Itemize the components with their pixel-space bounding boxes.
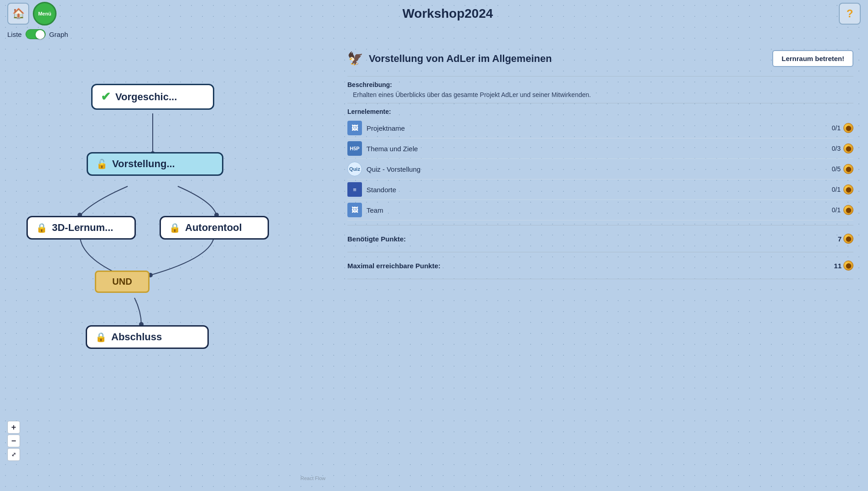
node-abschluss-label: Abschluss: [111, 331, 162, 343]
header-left: 🏠 Menü: [7, 2, 57, 26]
zoom-controls: + − ⤢: [7, 421, 20, 461]
benoetigt-value: 7: [838, 235, 842, 243]
lock-icon-abschluss: 🔒: [95, 332, 107, 343]
panel-title-group: 🦅 Vorstellung von AdLer im Allgemeinen: [347, 51, 552, 66]
node-vorgeschichte[interactable]: ✔ Vorgeschic...: [91, 84, 214, 110]
question-icon: ?: [847, 7, 853, 20]
benoetigt-value-group: 7 ⬤: [838, 234, 853, 244]
main-content: ✔ Vorgeschic... 🔓 Vorstellung... 🔒 3D-Le…: [0, 43, 868, 488]
zoom-in-button[interactable]: +: [7, 421, 20, 434]
item-name-thema: Thema und Ziele: [367, 145, 832, 153]
menu-button[interactable]: Menü: [33, 2, 57, 26]
node-und[interactable]: UND: [95, 271, 150, 293]
item-coin-projektname: ⬤: [843, 123, 853, 133]
divider-3: [347, 225, 853, 225]
menu-label: Menü: [38, 11, 52, 16]
description-label: Beschreibung:: [347, 81, 853, 88]
item-icon-thema: H5P: [347, 141, 362, 156]
divider-2: [347, 103, 853, 103]
benoetigt-label: Benötigte Punkte:: [347, 235, 406, 243]
item-score-team: 0/1: [832, 206, 841, 214]
list-item: ≡ Standorte 0/1 ⬤: [347, 179, 853, 200]
maximal-label: Maximal erreichbare Punkte:: [347, 262, 440, 270]
maximal-coin: ⬤: [843, 261, 853, 271]
item-icon-standorte: ≡: [347, 182, 362, 197]
toggle-knob: [36, 30, 45, 39]
divider-5: [347, 279, 853, 279]
node-3d-label: 3D-Lernum...: [52, 222, 113, 234]
node-vorgeschichte-label: Vorgeschic...: [115, 91, 177, 103]
lock-icon-3d: 🔒: [36, 222, 47, 233]
header: 🏠 Menü Workshop2024 ?: [0, 0, 868, 27]
item-coin-thema: ⬤: [843, 143, 853, 153]
item-icon-team: 🖼: [347, 203, 362, 217]
item-name-team: Team: [367, 206, 832, 214]
maximal-value: 11: [834, 262, 842, 270]
item-name-standorte: Standorte: [367, 186, 832, 194]
graph-label: Graph: [49, 31, 68, 38]
item-icon-quiz: Quiz: [347, 162, 362, 176]
item-name-projektname: Projektname: [367, 124, 832, 132]
list-label: Liste: [7, 31, 22, 38]
node-abschluss[interactable]: 🔒 Abschluss: [86, 325, 209, 349]
item-name-quiz: Quiz - Vorstellung: [367, 165, 832, 173]
node-autoren[interactable]: 🔒 Autorentool: [160, 216, 269, 240]
right-panel: 🦅 Vorstellung von AdLer im Allgemeinen L…: [333, 43, 868, 488]
node-vorstellung[interactable]: 🔓 Vorstellung...: [87, 152, 223, 176]
benoetigt-coin: ⬤: [843, 234, 853, 244]
benoetigt-row: Benötigte Punkte: 7 ⬤: [347, 230, 853, 247]
item-coin-quiz: ⬤: [843, 164, 853, 174]
item-coin-team: ⬤: [843, 205, 853, 215]
list-item: Quiz Quiz - Vorstellung 0/5 ⬤: [347, 159, 853, 179]
node-3d[interactable]: 🔒 3D-Lernum...: [26, 216, 136, 240]
item-score-projektname: 0/1: [832, 124, 841, 132]
maximal-row: Maximal erreichbare Punkte: 11 ⬤: [347, 257, 853, 274]
list-item: 🖼 Projektname 0/1 ⬤: [347, 118, 853, 138]
item-icon-projektname: 🖼: [347, 121, 362, 135]
graph-area: ✔ Vorgeschic... 🔓 Vorstellung... 🔒 3D-Le…: [0, 43, 333, 488]
description-text: Erhalten eines Überblicks über das gesam…: [347, 91, 853, 98]
item-score-standorte: 0/1: [832, 186, 841, 193]
fit-view-button[interactable]: ⤢: [7, 448, 20, 461]
item-score-quiz: 0/5: [832, 165, 841, 173]
divider-1: [347, 76, 853, 77]
maximal-value-group: 11 ⬤: [834, 261, 853, 271]
react-flow-label: React Flow: [300, 476, 326, 481]
panel-icon: 🦅: [347, 51, 363, 66]
node-autoren-label: Autorentool: [185, 222, 242, 234]
panel-title: Vorstellung von AdLer im Allgemeinen: [369, 53, 552, 65]
unlock-icon: 🔓: [96, 159, 108, 169]
lern-label: Lernelemente:: [347, 108, 853, 115]
node-vorstellung-label: Vorstellung...: [112, 158, 175, 170]
enter-lernraum-button[interactable]: Lernraum betreten!: [772, 50, 853, 67]
view-toggle-row: Liste Graph: [0, 27, 868, 43]
zoom-out-button[interactable]: −: [7, 435, 20, 447]
check-icon: ✔: [101, 90, 111, 104]
list-item: H5P Thema und Ziele 0/3 ⬤: [347, 138, 853, 159]
home-button[interactable]: 🏠: [7, 3, 29, 25]
panel-header: 🦅 Vorstellung von AdLer im Allgemeinen L…: [347, 50, 853, 67]
page-title: Workshop2024: [57, 6, 839, 21]
item-score-thema: 0/3: [832, 145, 841, 152]
list-item: 🖼 Team 0/1 ⬤: [347, 200, 853, 220]
divider-4: [347, 252, 853, 252]
node-und-label: UND: [112, 276, 132, 287]
help-button[interactable]: ?: [839, 3, 861, 25]
lock-icon-autoren: 🔒: [169, 222, 181, 233]
item-coin-standorte: ⬤: [843, 184, 853, 194]
view-toggle-switch[interactable]: [26, 29, 46, 39]
